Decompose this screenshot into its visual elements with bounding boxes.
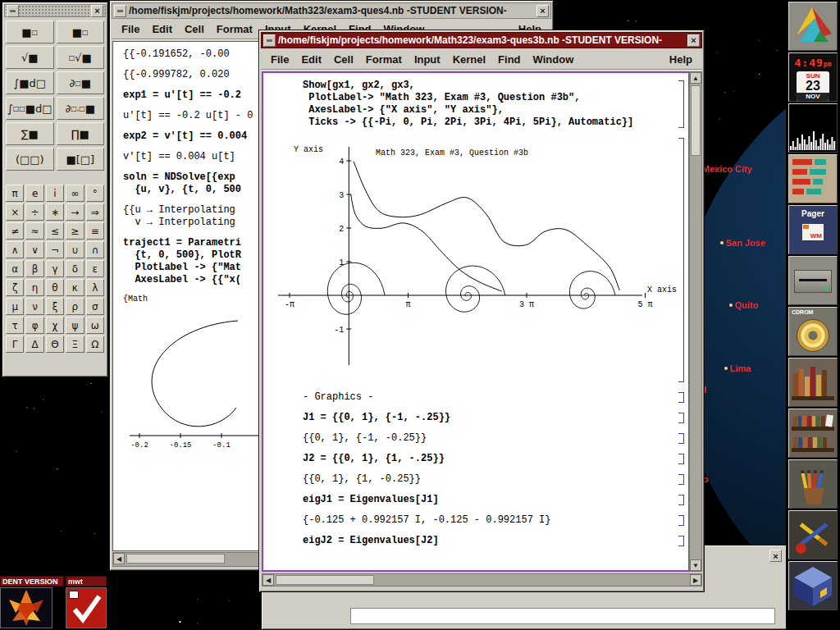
- window-menu-icon[interactable]: [114, 5, 126, 17]
- palette-symbol-5[interactable]: ×: [6, 203, 24, 221]
- pencil-cup-tile[interactable]: [788, 459, 838, 509]
- iconified-window-mwt[interactable]: mwt: [66, 576, 107, 628]
- notebook-cell[interactable]: {-0.125 + 0.992157 I, -0.125 - 0.992157 …: [273, 514, 687, 527]
- palette-symbol-42[interactable]: Θ: [46, 336, 64, 353]
- load-monitor-tile[interactable]: [788, 103, 838, 153]
- front-menu-window[interactable]: Window: [533, 53, 574, 66]
- cell-content[interactable]: {{0, 1}, {-1, -0.25}}: [303, 432, 674, 445]
- palette-symbol-19[interactable]: ∩: [86, 241, 104, 258]
- notebook-cell[interactable]: {{0, 1}, {1, -0.25}}: [273, 473, 687, 486]
- cell-bracket[interactable]: [678, 80, 684, 128]
- cell-content[interactable]: J1 = {{0, 1}, {-1, -.25}}: [303, 412, 674, 424]
- notebook-cell[interactable]: J2 = {{0, 1}, {1, -.25}}: [273, 453, 687, 465]
- cell-content[interactable]: eigJ2 = Eigenvalues[J2]: [303, 535, 674, 547]
- back-menu-cell[interactable]: Cell: [185, 23, 204, 35]
- back-menu-edit[interactable]: Edit: [152, 23, 172, 35]
- palette-symbol-33[interactable]: ρ: [66, 298, 84, 315]
- palette-symbol-38[interactable]: ψ: [66, 317, 84, 334]
- close-icon[interactable]: ×: [687, 34, 700, 47]
- close-icon[interactable]: ×: [536, 5, 549, 17]
- clock-tile[interactable]: 4:49pmSUN23NOV: [788, 52, 838, 102]
- palette-symbol-16[interactable]: ∨: [25, 241, 43, 258]
- checkmark-icon[interactable]: [66, 587, 107, 628]
- palette-symbol-40[interactable]: Γ: [6, 336, 24, 353]
- palette-symbol-24[interactable]: ε: [86, 260, 104, 277]
- palette-symbol-0[interactable]: π: [6, 185, 24, 202]
- cell-bracket[interactable]: [678, 474, 684, 485]
- front-menu-find[interactable]: Find: [498, 53, 520, 66]
- palette-symbol-37[interactable]: χ: [46, 317, 64, 334]
- scroll-up-icon[interactable]: ▲: [690, 72, 701, 84]
- palette-symbol-11[interactable]: ≈: [25, 222, 43, 240]
- palette-symbol-35[interactable]: τ: [6, 317, 24, 334]
- palette-symbol-21[interactable]: β: [25, 260, 43, 277]
- notebook-cell[interactable]: eigJ2 = Eigenvalues[J2]: [273, 535, 687, 547]
- notebook-cell[interactable]: {{0, 1}, {-1, -0.25}}: [273, 432, 687, 445]
- palette-button-power[interactable]: ■□: [6, 21, 54, 43]
- iconified-window-notebook[interactable]: DENT VERSION: [0, 576, 64, 628]
- palette-symbol-1[interactable]: e: [25, 185, 43, 202]
- art-tools-tile[interactable]: [788, 510, 838, 559]
- cell-content[interactable]: -ππ3 π5 π-11234Math 323, Exam #3, Questi…: [273, 137, 674, 383]
- palette-symbol-14[interactable]: ≡: [86, 222, 104, 240]
- cell-content[interactable]: - Graphics -: [303, 391, 674, 404]
- palette-symbol-32[interactable]: ξ: [46, 298, 64, 315]
- back-window-titlebar[interactable]: /home/fiskjm/projects/homework/Math323/e…: [112, 2, 551, 19]
- cell-content[interactable]: eigJ1 = Eigenvalues[J1]: [303, 494, 674, 506]
- palette-button-nth-root[interactable]: □√■: [57, 46, 105, 69]
- palette-button-bracket[interactable]: ■[□]: [57, 148, 105, 171]
- notebook-cell[interactable]: J1 = {{0, 1}, {-1, -.25}}: [273, 412, 687, 424]
- palette-titlebar[interactable]: ×: [4, 4, 106, 17]
- palette-button-sum[interactable]: ∑■: [6, 122, 54, 145]
- cell-bracket[interactable]: [678, 392, 684, 403]
- scroll-left-icon[interactable]: ◀: [262, 574, 274, 586]
- cell-bracket[interactable]: [678, 138, 684, 382]
- notebook-cell[interactable]: - Graphics -: [273, 391, 687, 404]
- palette-symbol-18[interactable]: ∪: [66, 241, 84, 258]
- scroll-down-icon[interactable]: ▼: [690, 559, 701, 571]
- palette-button-integral[interactable]: ∫■d□: [6, 71, 54, 94]
- palette-symbol-20[interactable]: α: [6, 260, 24, 277]
- cell-bracket[interactable]: [678, 515, 684, 526]
- scrollbar-thumb[interactable]: [691, 85, 701, 156]
- palette-symbol-27[interactable]: θ: [46, 279, 64, 296]
- palette-symbol-6[interactable]: ÷: [25, 203, 43, 221]
- scrollbar-thumb[interactable]: [126, 554, 225, 564]
- cell-bracket[interactable]: [678, 536, 684, 546]
- cell-bracket[interactable]: [678, 413, 684, 423]
- palette-symbol-31[interactable]: ν: [25, 298, 43, 315]
- disk-drive-tile[interactable]: [788, 256, 838, 305]
- cell-bracket[interactable]: [678, 433, 684, 444]
- library-tile[interactable]: [788, 409, 838, 458]
- palette-button-definite-integral[interactable]: ∫□□■d□: [6, 97, 54, 120]
- palette-symbol-29[interactable]: λ: [86, 279, 104, 296]
- cell-bracket[interactable]: [678, 495, 684, 505]
- front-vertical-scrollbar[interactable]: ▲ ▼: [689, 71, 702, 572]
- wharf-logo-tile[interactable]: [788, 2, 838, 51]
- palette-button-second-partial[interactable]: ∂□,□■: [57, 97, 105, 120]
- front-menu-file[interactable]: File: [271, 53, 289, 66]
- palette-symbol-34[interactable]: σ: [86, 298, 104, 315]
- notebook-cell[interactable]: eigJ1 = Eigenvalues[J1]: [273, 494, 687, 506]
- palette-symbol-43[interactable]: Ξ: [66, 336, 84, 353]
- pager-tile[interactable]: PagerWM: [788, 205, 838, 254]
- back-menu-format[interactable]: Format: [217, 23, 253, 35]
- front-notebook-content[interactable]: Show[gx1, gx2, gx3, PlotLabel-> "Math 32…: [262, 71, 690, 572]
- mathematica-spikey-icon[interactable]: [0, 587, 52, 628]
- palette-button-partial[interactable]: ∂□■: [57, 71, 105, 94]
- palette-symbol-28[interactable]: κ: [66, 279, 84, 296]
- palette-symbol-17[interactable]: ¬: [46, 241, 64, 258]
- palette-symbol-2[interactable]: i: [46, 185, 64, 202]
- cell-bracket[interactable]: [678, 454, 684, 464]
- cell-content[interactable]: Show[gx1, gx2, gx3, PlotLabel-> "Math 32…: [303, 80, 674, 129]
- front-menu-input[interactable]: Input: [414, 53, 441, 66]
- package-box-tile[interactable]: [788, 561, 838, 610]
- palette-symbol-12[interactable]: ≤: [46, 222, 64, 240]
- front-menu-help[interactable]: Help: [669, 53, 692, 66]
- palette-symbol-4[interactable]: °: [86, 185, 104, 202]
- front-menu-edit[interactable]: Edit: [301, 53, 322, 66]
- cell-content[interactable]: J2 = {{0, 1}, {1, -.25}}: [303, 453, 674, 465]
- front-horizontal-scrollbar[interactable]: ◀ ▶: [262, 573, 702, 587]
- window-menu-icon[interactable]: [263, 34, 276, 47]
- front-menu-cell[interactable]: Cell: [334, 53, 354, 66]
